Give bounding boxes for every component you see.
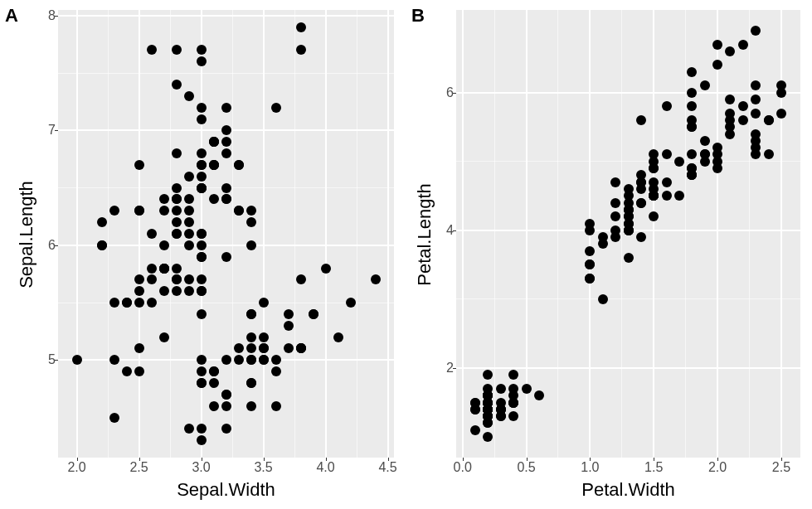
y-tick-label: 6 xyxy=(446,85,454,100)
scatter-point xyxy=(246,206,256,216)
scatter-point xyxy=(221,194,231,204)
scatter-point xyxy=(738,115,748,125)
scatter-point xyxy=(147,45,157,55)
scatter-point xyxy=(184,240,194,250)
scatter-point xyxy=(624,219,634,229)
scatter-point xyxy=(172,274,182,284)
scatter-point xyxy=(172,217,182,227)
scatter-point xyxy=(134,298,144,308)
scatter-point xyxy=(209,160,219,170)
scatter-point xyxy=(246,355,256,365)
scatter-point xyxy=(234,160,244,170)
scatter-point xyxy=(221,137,231,147)
scatter-point xyxy=(172,183,182,193)
scatter-point xyxy=(321,264,331,274)
scatter-point xyxy=(134,206,144,216)
scatter-point xyxy=(246,309,256,319)
scatter-point xyxy=(109,206,119,216)
scatter-point xyxy=(109,355,119,365)
scatter-point xyxy=(483,370,493,380)
y-tick-label: 5 xyxy=(48,352,56,367)
scatter-point xyxy=(197,378,207,388)
scatter-point xyxy=(508,370,518,380)
scatter-point xyxy=(687,170,697,180)
scatter-point xyxy=(234,355,244,365)
scatter-point xyxy=(674,191,684,201)
scatter-point xyxy=(296,22,306,32)
scatter-point xyxy=(522,384,532,394)
scatter-point xyxy=(585,246,595,256)
scatter-point xyxy=(483,405,493,414)
scatter-point xyxy=(197,229,207,239)
y-tick-label: 7 xyxy=(48,123,56,138)
scatter-point xyxy=(184,274,194,284)
scatter-point xyxy=(134,160,144,170)
scatter-point xyxy=(371,274,381,284)
y-tick-label: 2 xyxy=(446,361,454,376)
scatter-point xyxy=(598,239,608,249)
scatter-point xyxy=(221,148,231,158)
x-axis-label-a: Sepal.Width xyxy=(58,479,394,501)
scatter-point xyxy=(134,366,144,376)
scatter-point xyxy=(751,26,761,36)
scatter-point xyxy=(221,424,231,434)
scatter-point xyxy=(470,425,480,435)
y-axis-label-a: Sepal.Length xyxy=(16,177,37,293)
x-tick-label: 1.5 xyxy=(644,460,663,475)
scatter-point xyxy=(296,343,306,353)
scatter-point xyxy=(197,148,207,158)
scatter-point xyxy=(585,259,595,269)
scatter-point xyxy=(184,229,194,239)
scatter-point xyxy=(271,103,281,113)
scatter-point xyxy=(508,398,518,408)
scatter-point xyxy=(649,211,659,221)
scatter-point xyxy=(184,424,194,434)
scatter-point xyxy=(610,225,620,235)
scatter-point xyxy=(184,206,194,216)
scatter-point xyxy=(172,206,182,216)
scatter-point xyxy=(309,309,318,319)
y-tick-label: 8 xyxy=(48,8,56,23)
scatter-point xyxy=(687,101,697,111)
scatter-point xyxy=(197,435,207,445)
x-tick-label: 2.0 xyxy=(67,460,85,475)
scatter-point xyxy=(246,343,256,353)
scatter-point xyxy=(636,232,646,242)
scatter-point xyxy=(296,45,306,55)
y-tick-label: 4 xyxy=(446,223,454,238)
x-tick-label: 2.5 xyxy=(129,460,148,475)
scatter-point xyxy=(508,411,518,421)
x-tick-label: 2.0 xyxy=(708,460,727,475)
scatter-point xyxy=(649,177,659,187)
scatter-point xyxy=(751,109,761,119)
scatter-point xyxy=(496,384,506,394)
scatter-point xyxy=(172,264,182,274)
scatter-point xyxy=(725,129,735,139)
x-axis-label-b: Petal.Width xyxy=(456,479,800,501)
scatter-point xyxy=(636,198,646,208)
scatter-point xyxy=(184,172,194,182)
scatter-point xyxy=(687,122,697,132)
x-tick-label: 3.0 xyxy=(192,460,210,475)
x-tick-label: 4.0 xyxy=(316,460,334,475)
scatter-point xyxy=(159,240,169,250)
scatter-point xyxy=(624,253,634,263)
scatter-point xyxy=(197,183,207,193)
scatter-point xyxy=(284,321,294,331)
x-tick-label: 0.5 xyxy=(517,460,535,475)
scatter-point xyxy=(712,163,722,173)
chart-container: A 5678 2.02.53.03.54.04.5 Sepal.Length S… xyxy=(0,0,812,509)
scatter-point xyxy=(700,80,710,90)
scatter-point xyxy=(246,240,256,250)
scatter-point xyxy=(221,252,231,262)
scatter-point xyxy=(271,355,281,365)
scatter-point xyxy=(700,136,710,146)
scatter-point xyxy=(197,240,207,250)
scatter-point xyxy=(271,366,281,376)
scatter-point xyxy=(496,405,506,414)
scatter-point xyxy=(764,149,774,159)
scatter-point xyxy=(662,191,672,201)
scatter-point xyxy=(751,95,761,104)
x-tick-label: 3.5 xyxy=(254,460,272,475)
scatter-point xyxy=(598,294,608,304)
